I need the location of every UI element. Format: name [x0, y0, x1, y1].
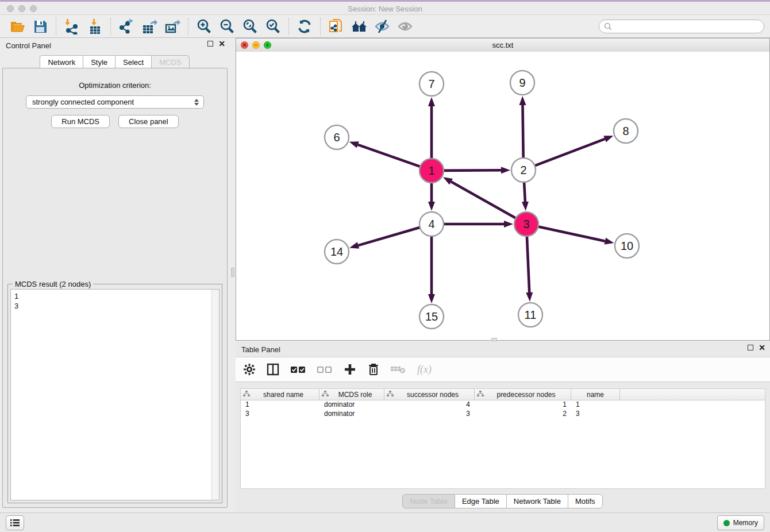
splitter-grip[interactable]: [231, 268, 234, 277]
edge-arrowhead: [526, 292, 533, 302]
toolbar-separator: [288, 18, 289, 35]
network-window-title: scc.txt: [236, 41, 769, 49]
float-panel-icon[interactable]: [207, 41, 213, 47]
zoom-selected-icon[interactable]: [261, 17, 284, 36]
edge-arrowhead: [443, 177, 453, 184]
tab-motifs[interactable]: Motifs: [568, 494, 603, 508]
graph-edge-3-10[interactable]: [537, 226, 605, 241]
table-cell[interactable]: 1: [571, 400, 620, 410]
dropdown-stepper-icon: [194, 99, 200, 106]
result-line: 1: [14, 291, 215, 301]
graph-edge-3-11[interactable]: [527, 235, 529, 292]
mcds-result-area[interactable]: 13: [10, 289, 220, 500]
table-header-row: shared nameMCDS rolesuccessor nodesprede…: [241, 389, 765, 400]
clone-network-icon[interactable]: [325, 17, 348, 36]
hide-selected-icon[interactable]: [371, 17, 394, 36]
toolbar-separator: [110, 18, 111, 35]
column-header-name[interactable]: name: [571, 389, 620, 400]
select-all-icon[interactable]: [291, 361, 306, 377]
network-window-titlebar[interactable]: ✕ − + scc.txt: [236, 38, 769, 52]
save-session-icon[interactable]: [29, 17, 52, 36]
node-label: 3: [523, 218, 529, 230]
deselect-all-icon[interactable]: [317, 361, 332, 377]
delete-column-icon[interactable]: [368, 361, 379, 377]
close-table-panel-icon[interactable]: ✕: [759, 345, 765, 350]
graph-edge-3-1[interactable]: [451, 182, 517, 219]
import-network-icon[interactable]: [60, 17, 83, 36]
window-title: Session: New Session: [0, 5, 770, 13]
vertical-splitter[interactable]: [230, 38, 236, 513]
network-graph[interactable]: 7968124314101511: [236, 52, 769, 340]
table-row[interactable]: 3dominator323: [241, 410, 765, 419]
table-row[interactable]: 1dominator411: [241, 400, 765, 410]
zoom-in-icon[interactable]: [192, 17, 215, 36]
edge-arrowhead: [428, 294, 435, 303]
horizontal-splitter-grip[interactable]: [491, 338, 497, 341]
edge-arrowhead: [428, 97, 435, 106]
graph-edge-4-14[interactable]: [358, 227, 421, 245]
column-type-icon: [322, 391, 329, 399]
graph-edge-1-6[interactable]: [358, 145, 421, 167]
control-panel-title: Control Panel: [6, 41, 51, 50]
graph-edge-2-8[interactable]: [534, 139, 605, 166]
delete-table-icon[interactable]: [391, 361, 406, 377]
graph-edge-1-2[interactable]: [442, 170, 501, 171]
close-panel-button[interactable]: Close panel: [118, 115, 179, 128]
add-column-icon[interactable]: [344, 361, 356, 377]
import-table-icon[interactable]: [83, 17, 106, 36]
edge-arrowhead: [349, 242, 359, 249]
table-cell[interactable]: 4: [384, 400, 475, 410]
tab-node-table[interactable]: Node Table: [402, 494, 455, 508]
mcds-tab-content: Optimization criterion: strongly connect…: [2, 68, 228, 508]
float-table-panel-icon[interactable]: [748, 345, 753, 350]
column-header-predecessor-nodes[interactable]: predecessor nodes: [475, 389, 571, 400]
optimization-criterion-select[interactable]: strongly connected component: [26, 95, 204, 109]
edge-arrowhead: [603, 136, 613, 142]
table-cell[interactable]: 1: [241, 400, 319, 410]
graph-edge-2-9[interactable]: [523, 105, 523, 159]
table-cell[interactable]: 3: [384, 410, 475, 419]
close-panel-icon[interactable]: ✕: [218, 41, 225, 47]
column-header-successor-nodes[interactable]: successor nodes: [384, 389, 475, 400]
table-cell[interactable]: 2: [475, 410, 571, 419]
column-header-shared-name[interactable]: shared name: [241, 389, 319, 400]
network-canvas[interactable]: 7968124314101511: [236, 52, 769, 340]
node-label: 11: [525, 309, 537, 321]
search-input[interactable]: [612, 22, 759, 31]
table-cell[interactable]: 1: [475, 400, 571, 410]
first-neighbors-icon[interactable]: [348, 17, 371, 36]
zoom-out-icon[interactable]: [215, 17, 238, 36]
main-toolbar: [0, 15, 770, 38]
run-mcds-button[interactable]: Run MCDS: [51, 115, 110, 128]
column-header-MCDS-role[interactable]: MCDS role: [319, 389, 384, 400]
memory-button[interactable]: Memory: [717, 515, 764, 530]
tab-edge-table[interactable]: Edge Table: [455, 494, 507, 508]
result-scrollbar[interactable]: [211, 290, 219, 500]
memory-label: Memory: [733, 519, 758, 527]
table-cell[interactable]: dominator: [319, 400, 384, 410]
node-label: 4: [428, 218, 434, 230]
export-image-icon[interactable]: [161, 17, 184, 36]
export-table-icon[interactable]: [138, 17, 161, 36]
apply-layout-icon[interactable]: [293, 17, 316, 36]
task-history-button[interactable]: [6, 515, 24, 530]
node-table[interactable]: shared nameMCDS rolesuccessor nodesprede…: [240, 388, 765, 489]
table-cell[interactable]: dominator: [319, 410, 384, 419]
export-network-icon[interactable]: [115, 17, 138, 36]
show-hidden-icon[interactable]: [394, 17, 417, 36]
column-header-label: successor nodes: [394, 391, 472, 399]
column-header-label: MCDS role: [329, 391, 382, 399]
mcds-result-box: MCDS result (2 nodes) 13: [7, 284, 222, 503]
zoom-fit-icon[interactable]: [238, 17, 261, 36]
graph-edge-2-3[interactable]: [524, 181, 525, 202]
toolbar-search[interactable]: [599, 20, 764, 33]
open-session-icon[interactable]: [6, 17, 29, 36]
gear-icon[interactable]: [244, 361, 255, 377]
tab-network-table[interactable]: Network Table: [506, 494, 568, 508]
table-cell[interactable]: 3: [571, 410, 620, 419]
column-header-label: shared name: [250, 391, 317, 399]
table-cell[interactable]: 3: [241, 410, 319, 419]
table-panel-title: Table Panel: [241, 345, 280, 354]
function-builder-icon[interactable]: f(x): [417, 361, 432, 377]
split-columns-icon[interactable]: [267, 361, 279, 377]
